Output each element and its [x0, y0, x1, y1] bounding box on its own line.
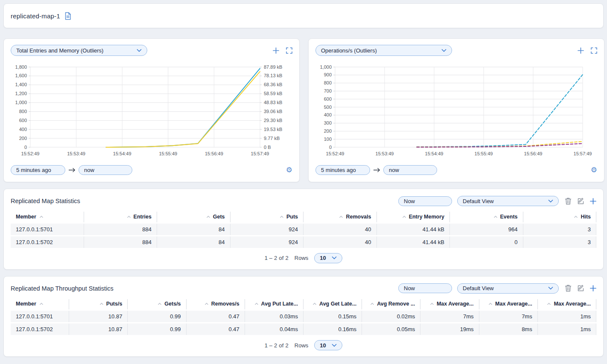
column-header-hits[interactable]: Hits [523, 212, 597, 222]
series-line [417, 141, 583, 147]
table-time-filter-input[interactable] [398, 196, 452, 206]
add-chart-icon[interactable] [578, 47, 584, 54]
column-header-avg-remove[interactable]: Avg Remove ... [362, 299, 420, 310]
sort-caret-icon [574, 215, 578, 218]
add-chart-icon[interactable] [273, 47, 279, 54]
operations-chart: 15:52:4915:53:4915:54:4915:55:4915:56:49… [315, 61, 597, 161]
y-axis-label: 1,600 [15, 73, 27, 78]
sort-caret-icon [430, 303, 434, 305]
y-axis-label: 0 [24, 145, 27, 150]
y-axis-label: 600 [19, 118, 27, 123]
edit-view-icon[interactable] [577, 198, 584, 205]
delete-view-icon[interactable] [565, 198, 572, 205]
column-header-member[interactable]: Member [11, 212, 84, 222]
x-axis-label: 15:52:49 [326, 151, 344, 156]
expand-icon[interactable] [286, 47, 292, 54]
table-time-filter-input[interactable] [398, 283, 452, 293]
y-axis-label: 300 [324, 120, 332, 125]
pagination-range: 1 – 2 of 2 [265, 255, 289, 261]
y-axis-label: 500 [324, 105, 332, 110]
series-line [106, 72, 260, 147]
column-header-gets-s[interactable]: Gets/s [128, 299, 186, 310]
replicated-map-throughput-statistics-card: Replicated Map Throughput Statistics Def… [3, 276, 604, 357]
value-cell: 19ms [420, 323, 479, 335]
value-cell: 1ms [538, 311, 596, 322]
y-axis-label: 400 [19, 127, 27, 132]
column-header-max-average[interactable]: Max Average... [479, 299, 538, 310]
x-axis-label: 15:54:49 [425, 151, 444, 156]
table-row[interactable]: 127.0.0.1:570210.870.990.470.04ms0.16ms0… [11, 323, 596, 335]
value-cell: 84 [157, 224, 231, 235]
column-header-puts-s[interactable]: Puts/s [69, 299, 128, 310]
x-axis-label: 15:57:49 [574, 151, 592, 156]
column-header-removals[interactable]: Removals [304, 212, 377, 222]
table-row[interactable]: 127.0.0.1:5702884849244041.44 kB03 [11, 236, 596, 248]
column-header-events[interactable]: Events [450, 212, 523, 222]
y-axis-label: 700 [324, 88, 332, 93]
time-from-input[interactable] [315, 165, 370, 175]
sort-caret-icon [39, 303, 44, 305]
gear-icon[interactable]: ⚙ [286, 166, 292, 174]
time-from-input[interactable] [11, 165, 65, 175]
value-cell: 0.02ms [362, 311, 420, 322]
chart-metric-select[interactable]: Total Entries and Memory (Outliers) [11, 45, 147, 56]
map-title-bar: replicated-map-1 [3, 3, 604, 28]
page-title: replicated-map-1 [11, 12, 60, 20]
value-cell: 3 [523, 236, 597, 248]
value-cell: 0.99 [128, 323, 186, 335]
expand-icon[interactable] [591, 47, 597, 54]
document-icon[interactable] [64, 12, 71, 20]
time-to-input[interactable] [79, 165, 132, 175]
member-cell: 127.0.0.1:5702 [11, 323, 69, 335]
y-axis-label: 1,000 [320, 64, 332, 70]
y-axis-label: 1,400 [15, 82, 27, 87]
value-cell: 884 [84, 236, 158, 248]
sort-caret-icon [488, 303, 493, 305]
sort-caret-icon [402, 215, 406, 218]
sort-caret-icon [370, 303, 374, 305]
rows-per-page-select[interactable]: 10 [314, 340, 342, 350]
column-header-entries[interactable]: Entries [84, 212, 158, 222]
table-row[interactable]: 127.0.0.1:570110.870.990.470.03ms0.15ms0… [11, 311, 596, 322]
rows-per-page-select[interactable]: 10 [314, 253, 342, 263]
column-header-member[interactable]: Member [11, 299, 69, 310]
y-axis-label: 1,200 [15, 91, 27, 96]
y-axis-right-label: 29.30 kB [264, 118, 282, 123]
column-header-max-average[interactable]: Max Average... [420, 299, 479, 310]
x-axis-label: 15:56:49 [205, 151, 223, 156]
column-header-gets[interactable]: Gets [157, 212, 231, 222]
add-table-icon[interactable] [590, 285, 596, 291]
pagination-range: 1 – 2 of 2 [265, 342, 289, 349]
y-axis-label: 1,000 [15, 100, 27, 105]
chart-metric-select[interactable]: Operations/s (Outliers) [315, 45, 452, 56]
sort-caret-icon [493, 215, 498, 218]
value-cell: 0.47 [187, 323, 245, 335]
sort-caret-icon [127, 215, 131, 218]
add-table-icon[interactable] [590, 198, 596, 204]
value-cell: 964 [450, 224, 523, 235]
sort-caret-icon [339, 215, 343, 218]
column-header-avg-put-late[interactable]: Avg Put Late... [245, 299, 304, 310]
member-cell: 127.0.0.1:5702 [11, 236, 84, 248]
value-cell: 0.99 [128, 311, 186, 322]
rows-label: Rows [295, 342, 309, 349]
edit-view-icon[interactable] [577, 285, 584, 292]
column-header-entry-memory[interactable]: Entry Memory [377, 212, 450, 222]
column-header-removes-s[interactable]: Removes/s [187, 299, 245, 310]
view-select[interactable]: Default View [457, 196, 559, 206]
sort-caret-icon [158, 303, 162, 305]
entries-memory-chart: 15:52:4915:53:4915:54:4915:55:4915:56:49… [11, 61, 292, 161]
value-cell: 0.16ms [304, 323, 362, 335]
delete-view-icon[interactable] [565, 285, 572, 292]
column-header-avg-get-late[interactable]: Avg Get Late... [304, 299, 362, 310]
time-to-input[interactable] [383, 165, 437, 175]
y-axis-right-label: 58.59 kB [264, 91, 282, 96]
table-row[interactable]: 127.0.0.1:5701884849244041.44 kB9643 [11, 224, 596, 235]
view-select[interactable]: Default View [457, 283, 559, 294]
y-axis-label: 600 [324, 96, 332, 102]
column-header-puts[interactable]: Puts [231, 212, 304, 222]
column-header-max-average[interactable]: Max Average... [538, 299, 596, 310]
x-axis-label: 15:53:49 [67, 151, 85, 156]
y-axis-label: 800 [324, 80, 332, 85]
gear-icon[interactable]: ⚙ [591, 166, 597, 174]
